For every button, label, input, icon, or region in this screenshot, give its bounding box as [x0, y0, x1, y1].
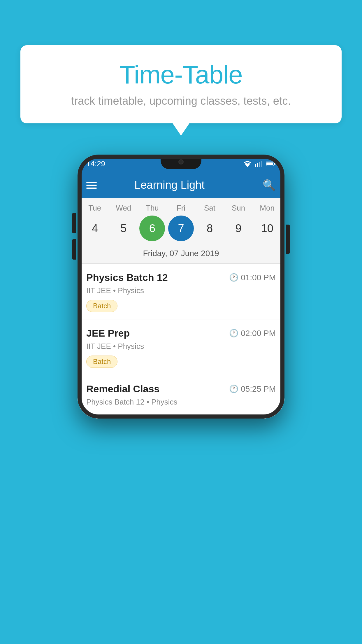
day-numbers[interactable]: 45678910 [78, 213, 284, 246]
power-button [286, 225, 290, 254]
volume-up-button [72, 213, 76, 233]
speech-bubble-card: Time-Table track timetable, upcoming cla… [20, 45, 342, 123]
search-button[interactable]: 🔍 [263, 179, 276, 191]
day-header-thu: Thu [139, 204, 165, 213]
schedule-item-1[interactable]: JEE Prep 🕐 02:00 PM IIT JEE • Physics Ba… [78, 319, 284, 375]
wifi-icon [243, 161, 252, 167]
calendar-strip: TueWedThuFriSatSunMon 45678910 Friday, 0… [78, 198, 284, 264]
day-header-mon: Mon [254, 204, 280, 213]
schedule-item-0[interactable]: Physics Batch 12 🕐 01:00 PM IIT JEE • Ph… [78, 264, 284, 319]
clock-icon: 🕐 [229, 273, 238, 282]
day-number-8[interactable]: 8 [197, 216, 223, 241]
day-header-sun: Sun [226, 204, 251, 213]
app-bar: Learning Light 🔍 [78, 172, 284, 198]
schedule-time-0: 🕐 01:00 PM [229, 273, 276, 282]
front-camera [178, 159, 184, 164]
day-number-6[interactable]: 6 [139, 216, 165, 241]
svg-rect-7 [266, 162, 273, 165]
day-number-7[interactable]: 7 [168, 216, 194, 241]
schedule-subtitle-1: IIT JEE • Physics [86, 342, 276, 351]
schedule-time-2: 🕐 05:25 PM [229, 384, 276, 394]
day-header-wed: Wed [111, 204, 136, 213]
svg-rect-4 [261, 161, 262, 167]
app-feature-subtitle: track timetable, upcoming classes, tests… [38, 95, 324, 107]
schedule-item-2[interactable]: Remedial Class 🕐 05:25 PM Physics Batch … [78, 375, 284, 419]
clock-icon: 🕐 [229, 329, 238, 338]
batch-tag-0: Batch [86, 300, 117, 312]
schedule-title-0: Physics Batch 12 [86, 272, 168, 283]
phone-notch [161, 155, 201, 169]
day-number-4[interactable]: 4 [82, 216, 108, 241]
schedule-subtitle-0: IIT JEE • Physics [86, 286, 276, 295]
svg-rect-6 [274, 163, 275, 165]
day-headers: TueWedThuFriSatSunMon [78, 204, 284, 213]
schedule-title-1: JEE Prep [86, 328, 130, 339]
clock-icon: 🕐 [229, 384, 238, 393]
day-number-10[interactable]: 10 [254, 216, 280, 241]
app-bar-title: Learning Light [78, 179, 263, 191]
schedule-time-1: 🕐 02:00 PM [229, 329, 276, 338]
status-icons [243, 161, 276, 167]
phone-mockup: 14:29 [78, 155, 284, 419]
day-header-fri: Fri [168, 204, 194, 213]
batch-tag-1: Batch [86, 356, 117, 368]
svg-rect-3 [259, 162, 260, 167]
day-header-sat: Sat [197, 204, 223, 213]
signal-icon [255, 161, 263, 167]
svg-rect-2 [257, 163, 258, 167]
schedule-list: Physics Batch 12 🕐 01:00 PM IIT JEE • Ph… [78, 264, 284, 419]
day-number-9[interactable]: 9 [226, 216, 251, 241]
schedule-subtitle-2: Physics Batch 12 • Physics [86, 398, 276, 407]
status-time: 14:29 [86, 159, 105, 168]
day-header-tue: Tue [82, 204, 108, 213]
schedule-title-2: Remedial Class [86, 383, 159, 395]
selected-date-label: Friday, 07 June 2019 [78, 246, 284, 263]
svg-rect-1 [255, 164, 256, 167]
day-number-5[interactable]: 5 [111, 216, 136, 241]
svg-marker-0 [245, 164, 250, 167]
app-feature-title: Time-Table [38, 60, 324, 90]
volume-down-button [72, 239, 76, 260]
battery-icon [266, 161, 276, 167]
